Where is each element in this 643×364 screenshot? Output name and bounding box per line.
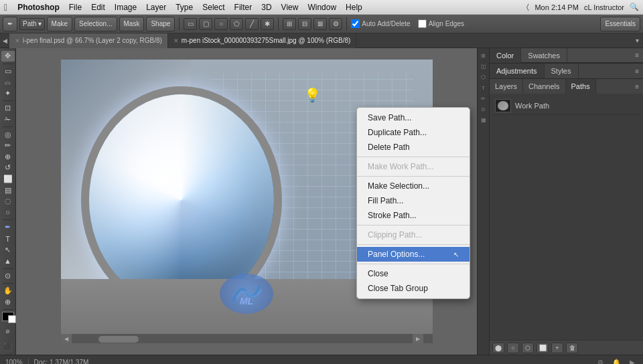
tab-istock[interactable]: ✕ m-pen iStock_000000393275Small.jpg @ 1…: [168, 33, 357, 48]
new-path-btn[interactable]: +: [551, 343, 563, 353]
load-path-btn[interactable]: ⬡: [522, 343, 534, 353]
narrow-btn-3[interactable]: ⬡: [479, 72, 488, 82]
ctx-stroke-path[interactable]: Stroke Path...: [357, 208, 470, 223]
scroll-left-btn[interactable]: ◀: [61, 334, 72, 343]
status-icon-2[interactable]: 🔔: [611, 357, 622, 365]
menu-layer[interactable]: Layer: [141, 1, 171, 13]
narrow-btn-7[interactable]: ▦: [479, 115, 488, 124]
tool-eraser[interactable]: ⬜: [1, 174, 15, 185]
tool-dodge[interactable]: ○: [1, 207, 15, 218]
tool-lasso[interactable]: ⌓: [1, 77, 15, 88]
tool-spot-heal[interactable]: ◎: [1, 129, 15, 140]
menu-window[interactable]: Window: [303, 1, 341, 13]
apple-menu[interactable]: : [4, 2, 7, 13]
menu-select[interactable]: Select: [198, 1, 229, 13]
menu-help[interactable]: Help: [341, 1, 367, 13]
stroke-path-btn[interactable]: ○: [507, 343, 519, 353]
tab-pen-final[interactable]: ✕ i-pen final.psd @ 66.7% (Layer 2 copy,…: [9, 33, 168, 48]
layers-collapse-btn[interactable]: ≡: [631, 83, 643, 90]
tool-blur[interactable]: ◌: [1, 196, 15, 207]
narrow-btn-6[interactable]: ⊙: [479, 104, 488, 114]
tool-quick-select[interactable]: ✦: [1, 88, 15, 99]
tool-pen[interactable]: ✒: [1, 222, 15, 233]
status-icon-1[interactable]: ⚙: [595, 357, 605, 365]
selection-btn[interactable]: Selection...: [74, 17, 117, 31]
search-icon[interactable]: 🔍: [630, 3, 639, 11]
tool-move[interactable]: ✥: [1, 51, 15, 62]
mask-btn-footer[interactable]: ⬜: [537, 343, 549, 353]
narrow-btn-2[interactable]: ◫: [479, 62, 488, 71]
make-btn[interactable]: Make: [47, 17, 72, 31]
shape-btn[interactable]: Shape: [146, 17, 175, 31]
pen-tool-btn[interactable]: ✒: [3, 17, 17, 31]
tool-marquee[interactable]: ▭: [1, 66, 15, 76]
tab-channels[interactable]: Channels: [523, 79, 565, 94]
fill-path-btn[interactable]: ⬤: [492, 343, 504, 353]
tool-eyedropper[interactable]: ✁: [1, 114, 15, 125]
menu-edit[interactable]: Edit: [86, 1, 110, 13]
tab-adjustments[interactable]: Adjustments: [490, 64, 545, 78]
tool-brush[interactable]: ✏: [1, 141, 15, 151]
settings-btn[interactable]: ⚙: [329, 18, 342, 30]
tabs-scroll-left[interactable]: ◀: [0, 33, 9, 48]
tool-3d[interactable]: ⊙: [1, 270, 15, 281]
auto-add-delete-check[interactable]: Auto Add/Delete: [351, 19, 410, 28]
foreground-color[interactable]: [2, 312, 14, 322]
tab-swatches[interactable]: Swatches: [521, 48, 567, 63]
narrow-btn-1[interactable]: ⊞: [479, 51, 488, 60]
essentials-btn[interactable]: Essentials: [600, 17, 640, 31]
menu-file[interactable]: File: [64, 1, 86, 13]
tool-gradient[interactable]: ▤: [1, 185, 15, 195]
geometry-custom-btn[interactable]: ✱: [261, 18, 274, 30]
ctx-duplicate-path[interactable]: Duplicate Path...: [357, 125, 470, 140]
work-path-item[interactable]: Work Path: [492, 96, 640, 115]
path-type-dropdown[interactable]: Path ▾: [19, 18, 45, 30]
tabs-collapse-btn[interactable]: ▾: [632, 37, 643, 44]
tool-clone[interactable]: ⊕: [1, 151, 15, 162]
geometry-rounded-btn[interactable]: ▢: [199, 18, 212, 30]
menu-type[interactable]: Type: [171, 1, 198, 13]
status-icon-3[interactable]: ▶: [627, 357, 638, 365]
tool-shape[interactable]: ▲: [1, 256, 15, 266]
tab-close-icon[interactable]: ✕: [15, 37, 20, 44]
narrow-btn-5[interactable]: ✏: [479, 94, 488, 103]
mask-btn[interactable]: Mask: [119, 17, 145, 31]
scroll-right-btn[interactable]: ▶: [413, 334, 423, 343]
menu-view[interactable]: View: [277, 1, 303, 13]
quick-mask-btn[interactable]: ⊘: [1, 325, 15, 338]
adj-collapse-btn[interactable]: ≡: [631, 68, 643, 75]
panel-collapse-btn[interactable]: ≡: [631, 52, 643, 59]
tool-hand[interactable]: ✋: [1, 286, 15, 296]
tool-type[interactable]: T: [1, 234, 15, 244]
delete-path-btn[interactable]: 🗑: [566, 343, 578, 353]
geometry-rect-btn[interactable]: ▭: [184, 18, 197, 30]
narrow-btn-4[interactable]: T: [479, 83, 488, 92]
menu-photoshop[interactable]: Photoshop: [13, 1, 64, 13]
geometry-ellipse-btn[interactable]: ○: [214, 18, 228, 30]
tab-close-icon-2[interactable]: ✕: [173, 37, 179, 44]
ctx-close-tab-group[interactable]: Close Tab Group: [357, 281, 470, 296]
align-btn[interactable]: ⊟: [298, 18, 311, 30]
menu-image[interactable]: Image: [110, 1, 141, 13]
menu-3d[interactable]: 3D: [257, 1, 276, 13]
tab-color[interactable]: Color: [490, 48, 521, 63]
screen-mode-btn[interactable]: ⬛: [1, 341, 15, 352]
geometry-poly-btn[interactable]: ⬠: [230, 18, 243, 30]
h-scrollbar[interactable]: ◀ ▶: [61, 334, 433, 343]
h-scrollbar-thumb[interactable]: [98, 336, 139, 343]
tool-crop[interactable]: ⊡: [1, 103, 15, 114]
path-ops-btn[interactable]: ⊞: [283, 18, 296, 30]
geometry-line-btn[interactable]: ╱: [245, 18, 259, 30]
tab-paths[interactable]: Paths: [566, 79, 596, 94]
ctx-save-path[interactable]: Save Path...: [357, 110, 470, 125]
tool-path-select[interactable]: ↖: [1, 244, 15, 255]
transform-btn[interactable]: ⊠: [313, 18, 327, 30]
tab-layers[interactable]: Layers: [490, 79, 523, 94]
tab-styles[interactable]: Styles: [545, 64, 579, 78]
tool-zoom[interactable]: ⊕: [1, 297, 15, 308]
tool-history-brush[interactable]: ↺: [1, 163, 15, 173]
ctx-close[interactable]: Close: [357, 266, 470, 281]
ctx-delete-path[interactable]: Delete Path: [357, 140, 470, 155]
ctx-make-selection[interactable]: Make Selection...: [357, 179, 470, 193]
ctx-fill-path[interactable]: Fill Path...: [357, 193, 470, 208]
